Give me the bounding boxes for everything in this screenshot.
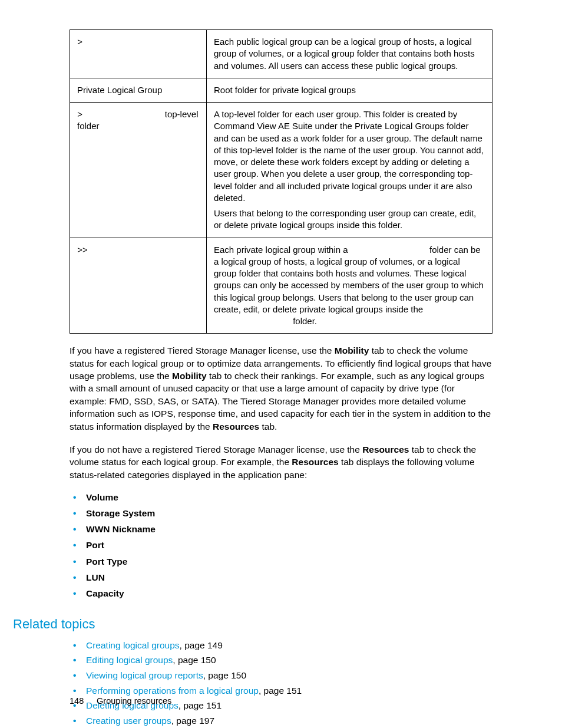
page-number: 148	[70, 696, 94, 706]
table-cell-desc: A top-level folder for each user group. …	[207, 103, 492, 238]
category-item: Port	[86, 537, 492, 553]
table-cell-desc: Each public logical group can be a logic…	[207, 30, 492, 78]
related-link-item: Viewing logical group reports, page 150	[86, 668, 492, 683]
paragraph-mobility: If you have a registered Tiered Storage …	[70, 344, 492, 433]
table-row: >top-level folderA top-level folder for …	[70, 103, 492, 238]
related-link-page: , page 149	[180, 640, 223, 650]
page: >Each public logical group can be a logi…	[0, 0, 562, 728]
table-cell-desc: Root folder for private logical groups	[207, 78, 492, 102]
related-link[interactable]: Creating user groups	[86, 716, 171, 726]
category-item: Capacity	[86, 585, 492, 601]
category-item: Volume	[86, 489, 492, 505]
table-cell-key: >top-level folder	[70, 103, 207, 238]
related-link-page: , page 150	[173, 655, 216, 665]
category-item: Storage System	[86, 505, 492, 521]
related-link[interactable]: Creating logical groups	[86, 640, 180, 650]
footer-section: Grouping resources	[97, 696, 171, 706]
category-item: WWN Nickname	[86, 521, 492, 537]
logical-group-table: >Each public logical group can be a logi…	[70, 29, 492, 334]
category-list: VolumeStorage SystemWWN NicknamePortPort…	[70, 489, 492, 601]
related-link[interactable]: Editing logical groups	[86, 655, 173, 665]
table-row: >>Each private logical group within a fo…	[70, 238, 492, 334]
related-link[interactable]: Performing operations from a logical gro…	[86, 686, 259, 696]
table-cell-key: >>	[70, 238, 207, 334]
related-link[interactable]: Viewing logical group reports	[86, 670, 203, 680]
table-cell-key: >	[70, 30, 207, 78]
table-cell-desc: Each private logical group within a fold…	[207, 238, 492, 334]
category-item: LUN	[86, 569, 492, 585]
category-item: Port Type	[86, 554, 492, 569]
related-topics-heading: Related topics	[13, 617, 492, 632]
related-link-item: Editing logical groups, page 150	[86, 653, 492, 668]
page-footer: 148 Grouping resources	[70, 696, 171, 706]
related-link-page: , page 197	[171, 716, 214, 726]
related-link-item: Creating logical groups, page 149	[86, 638, 492, 653]
paragraph-resources: If you do not have a registered Tiered S…	[70, 443, 492, 481]
related-links-list: Creating logical groups, page 149Editing…	[70, 638, 492, 728]
related-link-page: , page 151	[259, 686, 302, 696]
related-link-item: Creating user groups, page 197	[86, 713, 492, 728]
table-row: >Each public logical group can be a logi…	[70, 30, 492, 78]
related-link-page: , page 150	[203, 670, 246, 680]
related-link-page: , page 151	[178, 700, 222, 710]
table-cell-key: Private Logical Group	[70, 78, 207, 102]
table-row: Private Logical GroupRoot folder for pri…	[70, 78, 492, 102]
